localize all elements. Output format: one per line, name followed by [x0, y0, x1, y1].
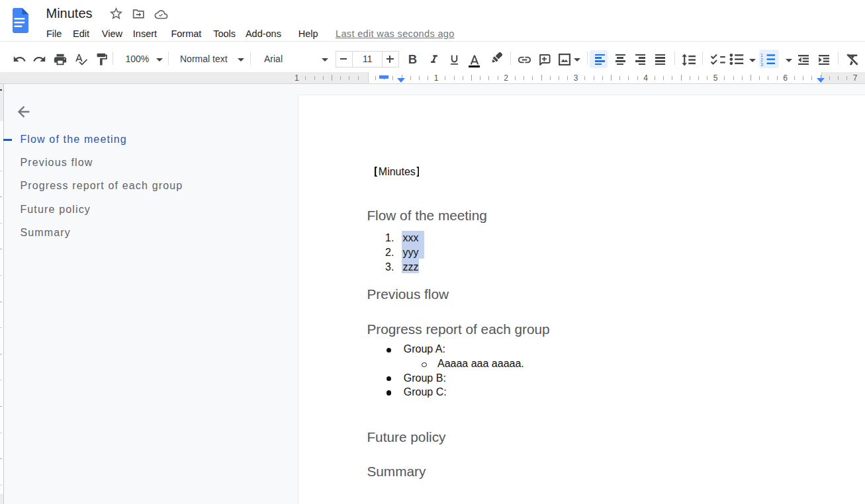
- svg-text:3: 3: [761, 62, 764, 66]
